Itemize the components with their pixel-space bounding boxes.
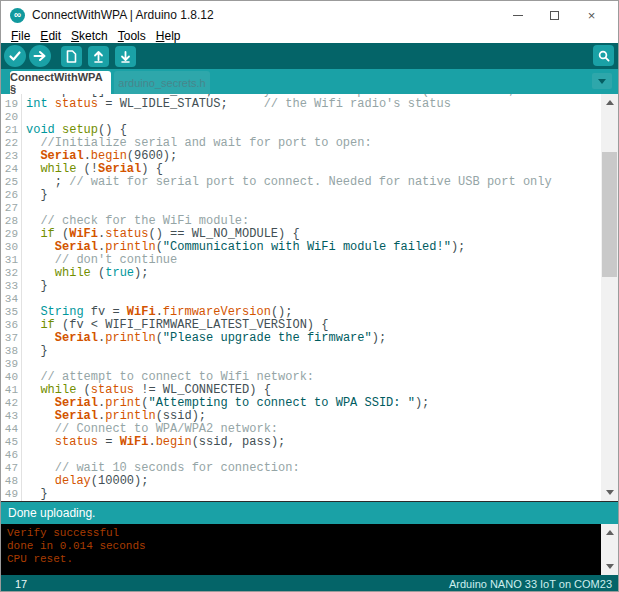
output-console: Verify successfuldone in 0.014 secondsCP… bbox=[1, 524, 618, 575]
line-number: 36 bbox=[1, 319, 22, 332]
scroll-down-button[interactable] bbox=[601, 558, 618, 575]
menu-edit[interactable]: Edit bbox=[35, 29, 66, 43]
line-number: 21 bbox=[1, 124, 22, 137]
console-output: Verify successfuldone in 0.014 secondsCP… bbox=[7, 527, 598, 566]
cursor-line-indicator: 17 bbox=[15, 578, 27, 590]
arduino-ide-window: ∞ ConnectWithWPA | Arduino 1.8.12 × File… bbox=[0, 0, 619, 592]
code-text: } bbox=[22, 488, 48, 501]
line-number: 33 bbox=[1, 280, 22, 293]
line-number: 45 bbox=[1, 436, 22, 449]
footer-bar: 17 Arduino NANO 33 IoT on COM23 bbox=[1, 575, 618, 592]
maximize-icon bbox=[550, 11, 559, 20]
tab-arduino-secrets[interactable]: arduino_secrets.h bbox=[114, 71, 210, 94]
line-number: 30 bbox=[1, 241, 22, 254]
line-number: 29 bbox=[1, 228, 22, 241]
line-number: 37 bbox=[1, 332, 22, 345]
code-editor: 18char pass[] = SECRET_PASS; // your net… bbox=[1, 94, 618, 501]
console-scrollbar[interactable] bbox=[601, 524, 618, 575]
code-text: Serial.println("Please upgrade the firmw… bbox=[22, 332, 386, 345]
upload-button[interactable] bbox=[29, 45, 51, 67]
code-text: } bbox=[22, 345, 48, 358]
line-number: 48 bbox=[1, 475, 22, 488]
line-number: 22 bbox=[1, 137, 22, 150]
editor-scrollbar[interactable] bbox=[601, 94, 618, 501]
code-line[interactable]: 26 } bbox=[1, 189, 601, 202]
code-line[interactable]: 25 ; // wait for serial port to connect.… bbox=[1, 176, 601, 189]
line-number: 43 bbox=[1, 410, 22, 423]
arrow-down-icon bbox=[606, 564, 614, 569]
menu-tools[interactable]: Tools bbox=[113, 29, 151, 43]
line-number: 41 bbox=[1, 384, 22, 397]
arrow-up-icon bbox=[606, 100, 614, 105]
code-line[interactable]: 32 while (true); bbox=[1, 267, 601, 280]
code-line[interactable]: 33 } bbox=[1, 280, 601, 293]
document-icon bbox=[65, 50, 78, 63]
tab-connectwithwpa[interactable]: ConnectWithWPA § bbox=[10, 71, 111, 94]
menu-bar: File Edit Sketch Tools Help bbox=[1, 29, 618, 43]
line-number: 38 bbox=[1, 345, 22, 358]
toolbar bbox=[1, 43, 618, 69]
line-number: 26 bbox=[1, 189, 22, 202]
status-bar: Done uploading. bbox=[1, 501, 618, 524]
line-number: 47 bbox=[1, 462, 22, 475]
menu-help[interactable]: Help bbox=[151, 29, 186, 43]
arrow-up-icon bbox=[92, 50, 105, 63]
code-line[interactable]: 48 delay(10000); bbox=[1, 475, 601, 488]
scroll-up-button[interactable] bbox=[601, 94, 618, 111]
line-number: 32 bbox=[1, 267, 22, 280]
save-button[interactable] bbox=[115, 46, 136, 67]
console-line: done in 0.014 seconds bbox=[7, 540, 598, 553]
line-number: 25 bbox=[1, 176, 22, 189]
menu-sketch[interactable]: Sketch bbox=[66, 29, 113, 43]
code-line[interactable]: 45 status = WiFi.begin(ssid, pass); bbox=[1, 436, 601, 449]
window-title: ConnectWithWPA | Arduino 1.8.12 bbox=[32, 8, 214, 22]
line-number: 23 bbox=[1, 150, 22, 163]
line-number: 24 bbox=[1, 163, 22, 176]
code-line[interactable]: 38 } bbox=[1, 345, 601, 358]
arrow-down-icon bbox=[119, 50, 132, 63]
chevron-down-icon bbox=[598, 79, 606, 84]
maximize-button[interactable] bbox=[536, 1, 573, 29]
code-line[interactable]: 37 Serial.println("Please upgrade the fi… bbox=[1, 332, 601, 345]
scroll-up-button[interactable] bbox=[601, 524, 618, 541]
new-sketch-button[interactable] bbox=[61, 46, 82, 67]
arrow-down-icon bbox=[606, 490, 614, 495]
code-text: } bbox=[22, 280, 48, 293]
code-text: } bbox=[22, 189, 48, 202]
line-number: 20 bbox=[1, 111, 22, 124]
title-bar: ∞ ConnectWithWPA | Arduino 1.8.12 × bbox=[1, 1, 618, 29]
menu-file[interactable]: File bbox=[6, 29, 35, 43]
line-number: 39 bbox=[1, 358, 22, 371]
serial-monitor-button[interactable] bbox=[593, 45, 614, 66]
minimize-button[interactable] bbox=[499, 1, 536, 29]
code-line[interactable]: 19int status = WL_IDLE_STATUS; // the Wi… bbox=[1, 98, 601, 111]
minimize-icon bbox=[513, 15, 523, 16]
line-number: 27 bbox=[1, 202, 22, 215]
line-number: 35 bbox=[1, 306, 22, 319]
line-number: 44 bbox=[1, 423, 22, 436]
line-number: 31 bbox=[1, 254, 22, 267]
code-line[interactable]: 49 } bbox=[1, 488, 601, 501]
line-number: 40 bbox=[1, 371, 22, 384]
arrow-right-icon bbox=[33, 49, 47, 63]
line-number: 34 bbox=[1, 293, 22, 306]
code-text: status = WiFi.begin(ssid, pass); bbox=[22, 436, 285, 449]
editor-content[interactable]: 18char pass[] = SECRET_PASS; // your net… bbox=[1, 94, 601, 501]
arrow-up-icon bbox=[606, 530, 614, 535]
line-number: 42 bbox=[1, 397, 22, 410]
verify-button[interactable] bbox=[4, 45, 26, 67]
board-port-indicator: Arduino NANO 33 IoT on COM23 bbox=[449, 578, 612, 590]
editor-scrollbar-thumb[interactable] bbox=[602, 152, 617, 277]
console-line: CPU reset. bbox=[7, 553, 598, 566]
close-button[interactable]: × bbox=[573, 1, 610, 29]
code-text: ; // wait for serial port to connect. Ne… bbox=[22, 176, 552, 189]
tab-list-dropdown-button[interactable] bbox=[592, 73, 612, 89]
line-number: 49 bbox=[1, 488, 22, 501]
open-button[interactable] bbox=[88, 46, 109, 67]
check-icon bbox=[8, 49, 22, 63]
close-icon: × bbox=[588, 9, 596, 22]
line-number: 28 bbox=[1, 215, 22, 228]
scroll-down-button[interactable] bbox=[601, 484, 618, 501]
console-line: Verify successful bbox=[7, 527, 598, 540]
status-message: Done uploading. bbox=[8, 506, 95, 520]
